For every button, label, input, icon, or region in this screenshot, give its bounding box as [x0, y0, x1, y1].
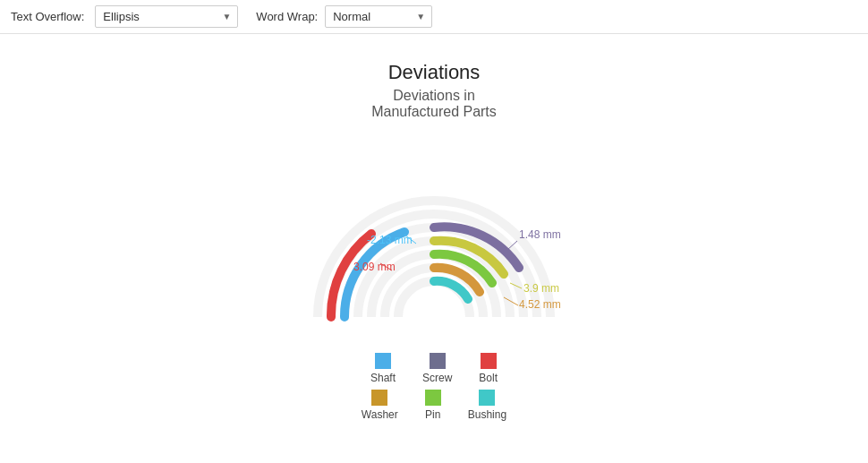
- chart-container: Deviations Deviations inManufactured Par…: [0, 34, 868, 421]
- chart-area: -2.13 mm 3.09 mm 1.48 mm 3.9 mm 4.52 mm: [264, 138, 604, 335]
- bolt-label: Bolt: [479, 372, 498, 384]
- screw-color: [430, 353, 446, 369]
- label-148: 1.48 mm: [519, 228, 561, 241]
- chart-subtitle: Deviations inManufactured Parts: [371, 88, 497, 120]
- pin-label: Pin: [425, 408, 440, 421]
- word-wrap-select-wrapper: Normal Break Word None ▼: [325, 5, 432, 28]
- legend-row-2: Washer Pin Bushing: [362, 390, 506, 421]
- legend: Shaft Screw Bolt Washer Pin Bushing: [362, 353, 506, 421]
- chart-title: Deviations: [388, 61, 481, 84]
- washer-color: [371, 390, 387, 406]
- text-overflow-select[interactable]: Ellipsis Clip None: [95, 5, 238, 28]
- word-wrap-label: Word Wrap:: [256, 10, 318, 23]
- legend-item-bushing: Bushing: [468, 390, 506, 421]
- toolbar: Text Overflow: Ellipsis Clip None ▼ Word…: [0, 0, 868, 34]
- text-overflow-label: Text Overflow:: [11, 10, 84, 23]
- bolt-color: [481, 353, 497, 369]
- legend-item-bolt: Bolt: [479, 353, 498, 384]
- bushing-label: Bushing: [468, 408, 506, 421]
- text-overflow-select-wrapper: Ellipsis Clip None ▼: [95, 5, 238, 28]
- label-309: 3.09 mm: [353, 261, 396, 273]
- washer-label: Washer: [362, 408, 398, 421]
- word-wrap-group: Word Wrap: Normal Break Word None ▼: [256, 5, 432, 28]
- shaft-label: Shaft: [370, 372, 396, 384]
- legend-item-screw: Screw: [422, 353, 452, 384]
- pin-color: [425, 390, 441, 406]
- bushing-color: [479, 390, 495, 406]
- legend-item-pin: Pin: [425, 390, 441, 421]
- legend-row-1: Shaft Screw Bolt: [370, 353, 498, 384]
- label-39: 3.9 mm: [523, 282, 559, 295]
- label-452: 4.52 mm: [519, 298, 561, 311]
- shaft-color: [375, 353, 391, 369]
- screw-label: Screw: [422, 372, 452, 384]
- word-wrap-select[interactable]: Normal Break Word None: [325, 5, 432, 28]
- legend-item-shaft: Shaft: [370, 353, 396, 384]
- legend-item-washer: Washer: [362, 390, 398, 421]
